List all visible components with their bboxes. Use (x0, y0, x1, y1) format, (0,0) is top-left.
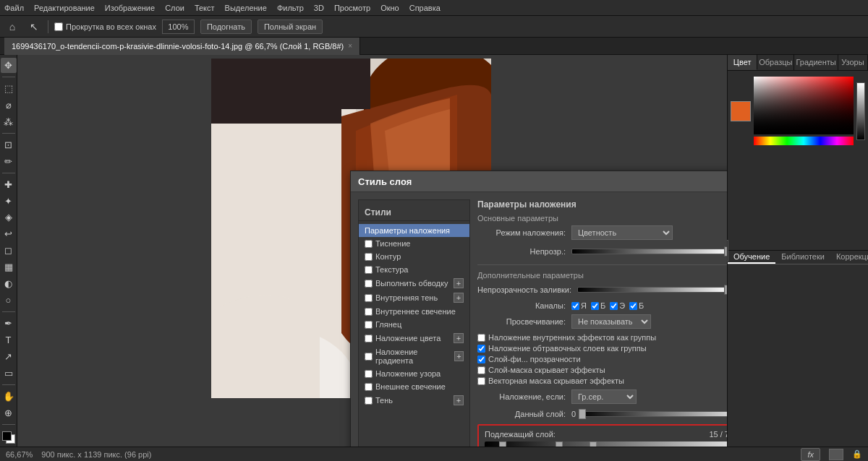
sub-tab-libraries[interactable]: Библиотеки (775, 251, 830, 264)
menu-image[interactable]: Изображение (105, 4, 155, 12)
channel-a-checkbox[interactable] (629, 302, 637, 310)
canvas-area[interactable]: Стиль слоя × Стили Параметры наложения Т… (17, 55, 727, 447)
menu-select[interactable]: Выделение (225, 4, 267, 12)
menu-help[interactable]: Справка (409, 4, 441, 12)
zoom-tool[interactable]: ⊕ (1, 405, 17, 421)
clarify-select[interactable]: Не показывать (571, 314, 651, 329)
stroke-checkbox[interactable] (365, 280, 373, 288)
menu-edit[interactable]: Редактирование (34, 4, 95, 12)
text-tool[interactable]: T (1, 332, 17, 348)
stroke-add-button[interactable]: + (454, 278, 464, 288)
gradient-overlay-checkbox[interactable] (365, 353, 373, 361)
menu-filter[interactable]: Фильтр (277, 4, 304, 12)
menu-layers[interactable]: Слои (165, 4, 184, 12)
brush-tool[interactable]: ✦ (1, 194, 17, 209)
menu-3d[interactable]: 3D (314, 4, 324, 12)
file-tab[interactable]: 1699436170_o-tendencii-com-p-krasivie-dl… (4, 38, 360, 55)
emboss-checkbox[interactable] (365, 240, 373, 248)
sub-tab-correction[interactable]: Коррекция (830, 251, 868, 264)
fullscreen-button[interactable]: Полный экран (258, 20, 323, 34)
color-overlay-add-button[interactable]: + (454, 333, 464, 343)
dialog-item-inner-glow[interactable]: Внутреннее свечение (359, 305, 469, 318)
home-icon[interactable]: ⌂ (4, 19, 20, 35)
eraser-tool[interactable]: ◻ (1, 243, 17, 258)
vector-mask-checkbox[interactable] (477, 377, 485, 385)
menu-view[interactable]: Просмотр (334, 4, 370, 12)
eyedropper-tool[interactable]: ✏ (1, 154, 17, 169)
dialog-item-emboss[interactable]: Тиснение (359, 237, 469, 250)
channel-g-checkbox[interactable] (591, 302, 599, 310)
underlying-slider[interactable] (485, 441, 727, 447)
outer-glow-checkbox[interactable] (365, 383, 373, 391)
shadow-checkbox[interactable] (365, 397, 373, 405)
hue-slider[interactable] (754, 137, 854, 145)
clip-layers-checkbox[interactable] (477, 345, 485, 353)
dialog-item-blend-options[interactable]: Параметры наложения (359, 224, 469, 237)
dodge-tool[interactable]: ○ (1, 293, 17, 308)
sub-tab-learning[interactable]: Обучение (728, 251, 775, 264)
hand-tool[interactable]: ✋ (1, 389, 17, 404)
mask-hides-checkbox[interactable] (477, 366, 485, 374)
blend-if-select[interactable]: Гр.сер. (571, 389, 637, 404)
pattern-overlay-checkbox[interactable] (365, 370, 373, 378)
this-layer-left-thumb[interactable] (579, 409, 586, 419)
dialog-item-texture[interactable]: Текстура (359, 263, 469, 276)
foreground-color[interactable] (2, 431, 12, 441)
fx-status-button[interactable]: fx (801, 448, 820, 461)
path-tool[interactable]: ↗ (1, 349, 17, 364)
satin-checkbox[interactable] (365, 321, 373, 329)
tab-patterns[interactable]: Узоры (838, 55, 868, 70)
fit-button[interactable]: Подогнать (200, 20, 252, 34)
layers-panel-icon[interactable] (829, 449, 843, 460)
inner-glow-checkbox[interactable] (365, 308, 373, 316)
dialog-item-pattern-overlay[interactable]: Наложение узора (359, 367, 469, 380)
stamp-tool[interactable]: ◈ (1, 210, 17, 225)
tab-swatches[interactable]: Образцы (757, 55, 794, 70)
active-color-swatch[interactable] (731, 101, 751, 121)
scroll-all-checkbox[interactable] (54, 22, 63, 31)
blur-tool[interactable]: ◐ (1, 276, 17, 291)
underlying-left-thumb[interactable] (499, 441, 506, 447)
dialog-item-gradient-overlay[interactable]: Наложение градиента + (359, 345, 469, 367)
opacity-thumb[interactable] (724, 246, 727, 257)
dialog-item-satin[interactable]: Глянец (359, 318, 469, 331)
dialog-item-color-overlay[interactable]: Наложение цвета + (359, 331, 469, 345)
magic-wand-tool[interactable]: ⁂ (1, 114, 17, 129)
dialog-item-contour[interactable]: Контур (359, 250, 469, 263)
inner-shadow-checkbox[interactable] (365, 294, 373, 302)
brightness-slider[interactable] (856, 82, 865, 140)
gradient-tool[interactable]: ▦ (1, 259, 17, 275)
tab-gradients[interactable]: Градиенты (794, 55, 838, 70)
dialog-item-stroke[interactable]: Выполнить обводку + (359, 276, 469, 290)
contour-checkbox[interactable] (365, 253, 373, 261)
texture-checkbox[interactable] (365, 266, 373, 274)
move-tool[interactable]: ✥ (1, 58, 17, 73)
menu-text[interactable]: Текст (195, 4, 215, 12)
underlying-left-split-thumb[interactable] (556, 441, 563, 447)
layer-style-dialog[interactable]: Стиль слоя × Стили Параметры наложения Т… (350, 171, 727, 447)
channel-r-checkbox[interactable] (571, 302, 579, 310)
move-icon[interactable]: ↖ (26, 19, 42, 35)
lasso-tool[interactable]: ⌀ (1, 98, 17, 113)
selection-tool[interactable]: ⬚ (1, 81, 17, 96)
scroll-all-label[interactable]: Прокрутка во всех окнах (54, 22, 156, 31)
gradient-overlay-add-button[interactable]: + (454, 351, 464, 361)
shape-tool[interactable]: ▭ (1, 366, 17, 381)
blend-mode-select[interactable]: Цветность (571, 225, 673, 240)
fill-opacity-thumb[interactable] (724, 285, 727, 295)
menu-window[interactable]: Окно (380, 4, 399, 12)
dialog-item-outer-glow[interactable]: Внешнее свечение (359, 380, 469, 393)
pen-tool[interactable]: ✒ (1, 316, 17, 331)
crop-tool[interactable]: ⊡ (1, 137, 17, 152)
channel-b-checkbox[interactable] (610, 302, 618, 310)
layer-fill-checkbox[interactable] (477, 356, 485, 363)
tab-close-icon[interactable]: × (348, 42, 352, 50)
inner-effects-checkbox[interactable] (477, 334, 485, 342)
healing-tool[interactable]: ✚ (1, 177, 17, 192)
this-layer-slider[interactable] (579, 408, 727, 420)
menu-file[interactable]: Файл (4, 4, 24, 12)
zoom-input[interactable] (162, 20, 195, 34)
dialog-item-shadow[interactable]: Тень + (359, 393, 469, 408)
tab-color[interactable]: Цвет (728, 55, 757, 70)
shadow-add-button[interactable]: + (454, 395, 464, 405)
